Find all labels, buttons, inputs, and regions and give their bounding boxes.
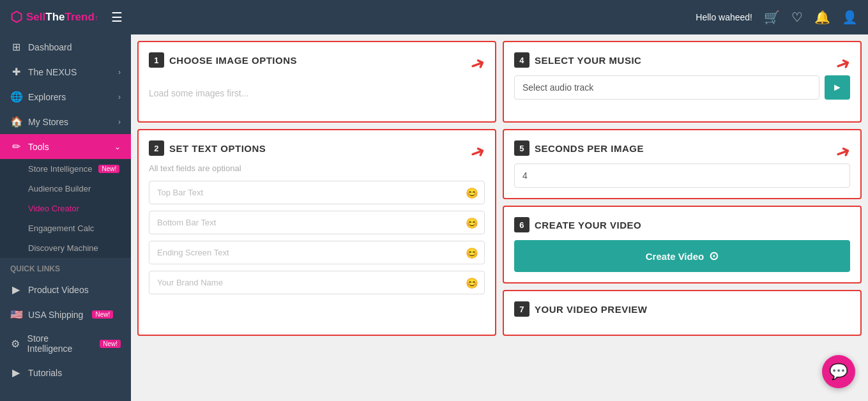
hamburger-menu[interactable]: ☰: [111, 10, 123, 25]
bottom-bar-text-input[interactable]: [149, 211, 485, 234]
sidebar-item-product-videos[interactable]: ▶ Product Videos: [0, 277, 131, 302]
sidebar-label-tools: Tools: [28, 142, 49, 152]
dashboard-icon: ⊞: [10, 41, 22, 53]
brand-name: SellTheTrend↑: [26, 11, 98, 24]
video-preview-title: 7 YOUR VIDEO PREVIEW: [514, 301, 850, 317]
ending-screen-text-input[interactable]: [149, 241, 485, 264]
mystores-icon: 🏠: [10, 116, 22, 128]
sidebar-item-explorers[interactable]: 🌐 Explorers ›: [0, 84, 131, 109]
create-video-card: 6 CREATE YOUR VIDEO Create Video ⊙: [503, 206, 862, 284]
seconds-per-image-select[interactable]: 1 2 3 4 5 6 7 8: [514, 163, 850, 188]
tools-submenu: Store Intelligence New! Audience Builder…: [0, 159, 131, 258]
wishlist-icon[interactable]: ♡: [791, 10, 803, 25]
product-videos-icon: ▶: [10, 284, 22, 296]
usa-shipping-icon: 🇺🇸: [10, 308, 22, 321]
step-5-badge: 5: [514, 140, 529, 156]
sidebar-item-usa-shipping[interactable]: 🇺🇸 USA Shipping New!: [0, 302, 131, 327]
cart-icon[interactable]: 🛒: [764, 10, 780, 25]
brand-name-input[interactable]: [149, 271, 485, 294]
select-music-title-text: SELECT YOUR MUSIC: [535, 55, 641, 66]
messenger-bubble[interactable]: 💬: [822, 355, 855, 388]
main-content: 1 CHOOSE IMAGE OPTIONS ➜ Load some image…: [131, 34, 868, 401]
content-grid: 1 CHOOSE IMAGE OPTIONS ➜ Load some image…: [137, 41, 862, 336]
sidebar-label-explorers: Explorers: [28, 92, 66, 102]
set-text-title: 2 SET TEXT OPTIONS: [149, 140, 266, 156]
audio-track-select[interactable]: Select audio track Track 1 Track 2 Track…: [514, 75, 819, 100]
sidebar-item-nexus[interactable]: ✚ The NEXUS ›: [0, 59, 131, 84]
choose-image-placeholder: Load some images first...: [149, 75, 485, 111]
store-intelligence-ql-badge: New!: [100, 340, 121, 348]
tutorials-icon: ▶: [10, 367, 22, 379]
discovery-machine-label: Discovery Machine: [28, 243, 98, 253]
sidebar-item-tutorials[interactable]: ▶ Tutorials: [0, 360, 131, 385]
store-intelligence-label: Store Intelligence: [28, 164, 92, 174]
emoji-icon-1[interactable]: 😊: [466, 186, 478, 199]
seconds-per-image-title-text: SECONDS PER IMAGE: [535, 143, 644, 154]
sidebar-label-dashboard: Dashboard: [28, 42, 72, 52]
greeting-text: Hello waheed!: [696, 12, 752, 22]
engagement-calc-label: Engagement Calc: [28, 223, 94, 233]
store-intelligence-badge: New!: [98, 165, 119, 173]
tutorials-label: Tutorials: [28, 368, 62, 378]
top-bar-text-wrapper: 😊: [149, 181, 485, 204]
store-intelligence-ql-label: Store Intelligence: [27, 333, 91, 354]
tools-chevron-icon: ⌄: [114, 142, 121, 151]
select-music-card: 4 SELECT YOUR MUSIC ➜ Select audio track…: [503, 41, 862, 123]
create-video-button[interactable]: Create Video ⊙: [514, 240, 850, 272]
messenger-icon: 💬: [829, 363, 848, 381]
step-6-badge: 6: [514, 217, 529, 232]
explorers-icon: 🌐: [10, 91, 22, 103]
choose-image-title: 1 CHOOSE IMAGE OPTIONS: [149, 52, 297, 68]
right-column: 5 SECONDS PER IMAGE ➜ 1 2 3 4 5 6 7 8: [503, 129, 862, 336]
sidebar-label-mystores: My Stores: [28, 117, 68, 127]
sidebar-item-mystores[interactable]: 🏠 My Stores ›: [0, 109, 131, 134]
bottom-bar-text-wrapper: 😊: [149, 211, 485, 234]
seconds-per-image-title: 5 SECONDS PER IMAGE: [514, 140, 644, 156]
store-intelligence-ql-icon: ⚙: [10, 338, 21, 350]
sidebar-label-nexus: The NEXUS: [28, 67, 77, 77]
play-audio-button[interactable]: ►: [825, 75, 850, 100]
arrow-5-icon: ➜: [832, 140, 853, 165]
step-7-badge: 7: [514, 301, 529, 317]
emoji-icon-2[interactable]: 😊: [466, 216, 478, 229]
arrow-2-icon: ➜: [467, 140, 488, 165]
sidebar: ⊞ Dashboard ✚ The NEXUS › 🌐 Explorers › …: [0, 34, 131, 401]
sidebar-item-tools[interactable]: ✏ Tools ⌄: [0, 134, 131, 159]
arrow-1-icon: ➜: [467, 52, 488, 77]
set-text-subtitle: All text fields are optional: [149, 163, 485, 173]
set-text-card: 2 SET TEXT OPTIONS ➜ All text fields are…: [137, 129, 496, 336]
step-1-badge: 1: [149, 52, 164, 68]
arrow-4-icon: ➜: [832, 52, 853, 77]
mystores-chevron-icon: ›: [118, 117, 121, 126]
create-video-title-text: CREATE YOUR VIDEO: [535, 220, 641, 231]
brand-logo[interactable]: ⬡ SellTheTrend↑: [10, 9, 98, 26]
ending-screen-text-wrapper: 😊: [149, 241, 485, 264]
explorers-chevron-icon: ›: [118, 93, 121, 102]
nexus-icon: ✚: [10, 66, 22, 78]
choose-image-title-text: CHOOSE IMAGE OPTIONS: [169, 55, 297, 66]
video-preview-card: 7 YOUR VIDEO PREVIEW: [503, 290, 862, 336]
sidebar-item-dashboard[interactable]: ⊞ Dashboard: [0, 34, 131, 59]
sidebar-item-audience-builder[interactable]: Audience Builder: [0, 179, 131, 199]
brand-icon: ⬡: [10, 9, 22, 26]
user-profile-icon[interactable]: 👤: [842, 10, 858, 25]
sidebar-item-store-intelligence[interactable]: Store Intelligence New!: [0, 159, 131, 179]
seconds-per-image-card: 5 SECONDS PER IMAGE ➜ 1 2 3 4 5 6 7 8: [503, 129, 862, 199]
step-4-badge: 4: [514, 52, 529, 68]
usa-shipping-badge: New!: [92, 310, 113, 319]
select-music-title: 4 SELECT YOUR MUSIC: [514, 52, 641, 68]
emoji-icon-3[interactable]: 😊: [466, 246, 478, 259]
sidebar-item-video-creator[interactable]: Video Creator: [0, 199, 131, 218]
emoji-icon-4[interactable]: 😊: [466, 276, 478, 289]
notifications-icon[interactable]: 🔔: [814, 10, 830, 25]
product-videos-label: Product Videos: [28, 285, 89, 295]
top-navigation: ⬡ SellTheTrend↑ ☰ Hello waheed! 🛒 ♡ 🔔 👤: [0, 0, 868, 34]
sidebar-item-store-intelligence-ql[interactable]: ⚙ Store Intelligence New!: [0, 327, 131, 360]
set-text-title-text: SET TEXT OPTIONS: [169, 143, 266, 154]
top-bar-text-input[interactable]: [149, 181, 485, 204]
sidebar-item-engagement-calc[interactable]: Engagement Calc: [0, 218, 131, 238]
video-creator-label: Video Creator: [28, 204, 79, 213]
create-video-label: Create Video: [646, 251, 704, 262]
sidebar-item-discovery-machine[interactable]: Discovery Machine: [0, 238, 131, 258]
audio-track-select-wrapper: Select audio track Track 1 Track 2 Track…: [514, 75, 850, 100]
